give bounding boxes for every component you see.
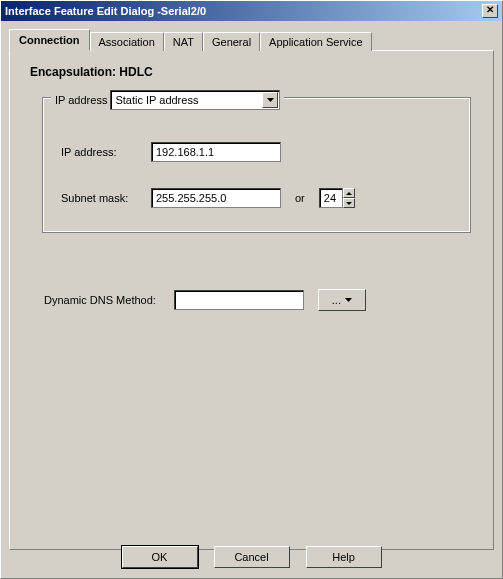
encapsulation-label: Encapsulation: — [30, 65, 116, 79]
button-label: Help — [332, 551, 355, 563]
dynamic-dns-label: Dynamic DNS Method: — [44, 294, 156, 306]
tab-panel-connection: Encapsulation: HDLC IP address Static IP… — [9, 50, 494, 550]
cancel-button[interactable]: Cancel — [214, 546, 290, 568]
tab-general[interactable]: General — [203, 32, 260, 51]
tab-strip: Connection Association NAT General Appli… — [9, 29, 494, 50]
encapsulation-value: HDLC — [119, 65, 152, 79]
ok-button[interactable]: OK — [122, 546, 198, 568]
ip-mode-select[interactable]: Static IP address — [110, 90, 280, 110]
menu-button-label: ... — [332, 294, 341, 306]
ip-address-label: IP address: — [61, 146, 151, 158]
close-button[interactable]: ✕ — [482, 4, 498, 18]
subnet-mask-input[interactable] — [151, 188, 281, 208]
button-label: OK — [152, 551, 168, 563]
chevron-down-icon — [346, 202, 352, 205]
tab-connection[interactable]: Connection — [9, 29, 90, 51]
titlebar: Interface Feature Edit Dialog -Serial2/0… — [1, 1, 502, 21]
chevron-up-icon — [346, 192, 352, 195]
svg-marker-1 — [346, 192, 352, 195]
close-icon: ✕ — [486, 4, 494, 15]
ip-address-group: IP address Static IP address IP address: — [42, 97, 471, 233]
dynamic-dns-input[interactable] — [174, 290, 304, 310]
svg-marker-3 — [345, 298, 352, 302]
tab-application-service[interactable]: Application Service — [260, 32, 372, 51]
svg-marker-0 — [267, 98, 274, 102]
subnet-mask-label: Subnet mask: — [61, 192, 151, 204]
encapsulation-line: Encapsulation: HDLC — [30, 65, 475, 79]
tab-label: NAT — [173, 36, 194, 48]
ip-address-input[interactable] — [151, 142, 281, 162]
dynamic-dns-row: Dynamic DNS Method: ... — [44, 289, 475, 311]
ip-group-legend: IP address Static IP address — [51, 90, 284, 110]
dynamic-dns-menu-button[interactable]: ... — [318, 289, 366, 311]
tab-nat[interactable]: NAT — [164, 32, 203, 51]
prefix-spin-up[interactable] — [343, 188, 355, 198]
subnet-mask-row: Subnet mask: or — [61, 188, 452, 208]
prefix-input[interactable] — [319, 188, 343, 208]
svg-marker-2 — [346, 202, 352, 205]
tab-association[interactable]: Association — [90, 32, 164, 51]
tab-label: Connection — [19, 34, 80, 46]
ip-mode-selected: Static IP address — [115, 94, 198, 106]
menu-down-icon — [345, 298, 352, 302]
or-label: or — [295, 192, 305, 204]
dialog-button-row: OK Cancel Help — [1, 546, 502, 568]
ip-group-legend-text: IP address — [55, 94, 107, 106]
prefix-spinner — [319, 188, 355, 208]
client-area: Connection Association NAT General Appli… — [1, 21, 502, 578]
tab-label: Association — [99, 36, 155, 48]
prefix-spin-down[interactable] — [343, 198, 355, 208]
button-label: Cancel — [234, 551, 268, 563]
help-button[interactable]: Help — [306, 546, 382, 568]
dialog-window: Interface Feature Edit Dialog -Serial2/0… — [0, 0, 503, 579]
dropdown-arrow-icon — [262, 92, 278, 108]
tab-label: General — [212, 36, 251, 48]
tab-label: Application Service — [269, 36, 363, 48]
window-title: Interface Feature Edit Dialog -Serial2/0 — [5, 1, 206, 21]
ip-address-row: IP address: — [61, 142, 452, 162]
